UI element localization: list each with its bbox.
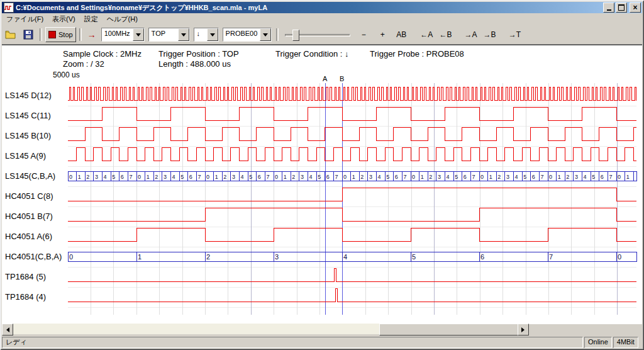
svg-text:3: 3 xyxy=(95,174,98,180)
svg-text:6: 6 xyxy=(189,174,192,180)
stop-button[interactable]: Stop xyxy=(45,27,76,42)
menu-settings[interactable]: 設定 xyxy=(80,13,103,25)
scrollbar-thumb[interactable] xyxy=(379,324,519,336)
svg-text:6: 6 xyxy=(326,174,330,180)
close-icon: × xyxy=(633,4,637,11)
svg-text:4: 4 xyxy=(343,253,347,261)
svg-text:7: 7 xyxy=(403,174,406,180)
titlebar: C:¥Documents and Settings¥noname¥デスクトップ¥… xyxy=(2,2,642,13)
goto-cursor-b-button[interactable]: ←B xyxy=(437,28,453,41)
svg-text:1: 1 xyxy=(147,174,150,180)
toolbar-separator xyxy=(79,28,82,41)
scroll-left-button[interactable] xyxy=(2,324,13,336)
dropdown-button[interactable] xyxy=(178,28,189,41)
svg-text:3: 3 xyxy=(506,174,509,180)
svg-text:6: 6 xyxy=(395,174,398,180)
zoom-slider-thumb[interactable] xyxy=(292,30,299,41)
svg-text:2: 2 xyxy=(497,174,501,180)
svg-text:2: 2 xyxy=(206,253,210,261)
svg-text:1: 1 xyxy=(626,174,630,180)
dropdown-button[interactable] xyxy=(133,28,144,41)
svg-text:5: 5 xyxy=(249,174,252,180)
svg-text:0: 0 xyxy=(69,174,72,180)
svg-text:4: 4 xyxy=(104,174,107,180)
menu-view[interactable]: 表示(V) xyxy=(48,13,80,25)
svg-text:5: 5 xyxy=(318,174,321,180)
svg-text:0: 0 xyxy=(618,253,621,261)
svg-text:5: 5 xyxy=(592,174,595,180)
window-title: C:¥Documents and Settings¥noname¥デスクトップ¥… xyxy=(16,3,601,13)
svg-text:7: 7 xyxy=(266,174,269,180)
trigger-edge-select[interactable]: ↓ xyxy=(194,28,219,42)
svg-text:0: 0 xyxy=(343,174,347,180)
toolbar: Stop → 100MHz TOP ↓ PROBE00 − + AB xyxy=(2,25,642,45)
goto-trigger-button[interactable]: →T xyxy=(506,28,523,41)
timing-diagram[interactable]: AB01234567012345670123456701234567012345… xyxy=(0,45,644,322)
svg-text:B: B xyxy=(340,75,344,82)
svg-text:1: 1 xyxy=(558,174,561,180)
minimize-icon xyxy=(607,9,611,11)
svg-text:0: 0 xyxy=(549,174,552,180)
svg-text:2: 2 xyxy=(429,174,432,180)
svg-text:3: 3 xyxy=(164,174,167,180)
trigger-probe-value: PROBE00 xyxy=(223,28,260,41)
status-memory-badge: 4MBit xyxy=(613,337,638,348)
dropdown-button[interactable] xyxy=(207,28,218,41)
svg-text:0: 0 xyxy=(69,253,73,261)
svg-text:5: 5 xyxy=(386,174,389,180)
svg-text:2: 2 xyxy=(566,174,569,180)
move-cursor-b-button[interactable]: →B xyxy=(481,28,497,41)
zoom-out-button[interactable]: − xyxy=(355,28,372,41)
svg-text:1: 1 xyxy=(284,174,287,180)
zoom-slider[interactable] xyxy=(285,28,350,41)
svg-text:0: 0 xyxy=(480,174,484,180)
zoom-ab-button[interactable]: AB xyxy=(393,28,409,41)
svg-text:1: 1 xyxy=(352,174,355,180)
run-button[interactable]: → xyxy=(85,28,99,42)
trigger-edge-value: ↓ xyxy=(194,28,207,41)
menubar: ファイル(F) 表示(V) 設定 ヘルプ(H) xyxy=(2,13,642,25)
svg-text:5: 5 xyxy=(412,253,416,261)
close-button[interactable]: × xyxy=(630,3,641,13)
svg-text:6: 6 xyxy=(601,174,604,180)
dropdown-button[interactable] xyxy=(260,28,271,41)
svg-text:6: 6 xyxy=(258,174,261,180)
chevron-down-icon xyxy=(210,33,215,39)
svg-text:2: 2 xyxy=(360,174,364,180)
statusbar: レディ Online 4MBit xyxy=(2,337,642,348)
svg-text:2: 2 xyxy=(86,174,89,180)
toolbar-separator xyxy=(40,28,42,41)
svg-text:4: 4 xyxy=(515,174,518,180)
horizontal-scrollbar[interactable] xyxy=(2,324,528,334)
menu-help[interactable]: ヘルプ(H) xyxy=(103,13,142,25)
svg-text:5: 5 xyxy=(523,174,526,180)
svg-text:2: 2 xyxy=(155,174,158,180)
svg-text:6: 6 xyxy=(464,174,467,180)
sample-clock-select[interactable]: 100MHz xyxy=(101,28,145,42)
move-cursor-a-button[interactable]: →A xyxy=(462,28,479,41)
svg-text:5: 5 xyxy=(112,174,115,180)
svg-text:A: A xyxy=(323,75,328,82)
svg-text:1: 1 xyxy=(489,174,492,180)
minimize-button[interactable] xyxy=(603,3,614,13)
svg-text:2: 2 xyxy=(292,174,295,180)
save-button[interactable] xyxy=(20,28,36,42)
svg-text:1: 1 xyxy=(215,174,218,180)
svg-text:5: 5 xyxy=(180,174,184,180)
scroll-right-button[interactable] xyxy=(518,324,529,336)
folder-open-icon xyxy=(5,30,16,40)
goto-cursor-a-button[interactable]: ←A xyxy=(418,28,435,41)
chevron-down-icon xyxy=(263,33,268,39)
svg-text:0: 0 xyxy=(138,174,141,180)
menu-file[interactable]: ファイル(F) xyxy=(2,13,48,25)
svg-text:0: 0 xyxy=(206,174,209,180)
app-icon xyxy=(4,3,14,13)
trigger-position-select[interactable]: TOP xyxy=(148,28,190,42)
svg-text:3: 3 xyxy=(369,174,372,180)
open-file-button[interactable] xyxy=(3,28,19,42)
trigger-probe-select[interactable]: PROBE00 xyxy=(223,28,272,42)
svg-text:0: 0 xyxy=(618,174,621,180)
svg-text:6: 6 xyxy=(121,174,124,180)
maximize-button[interactable] xyxy=(616,3,627,13)
zoom-in-button[interactable]: + xyxy=(374,28,391,41)
